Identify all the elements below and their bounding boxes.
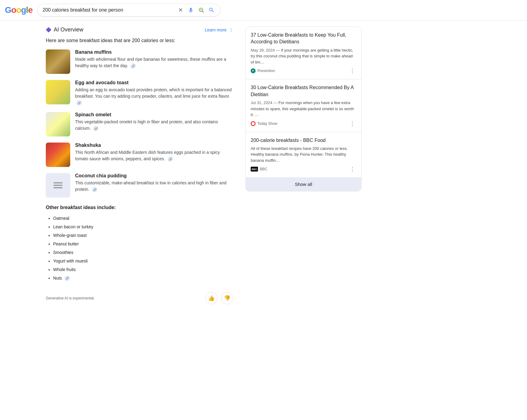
clear-button[interactable]: ✕: [177, 6, 184, 14]
article-title-2: 30 Low-Calorie Breakfasts Recommended By…: [251, 84, 356, 98]
list-item: Peanut butter: [53, 240, 233, 248]
source-info-3: BBC BBC: [251, 167, 267, 172]
search-bar[interactable]: ✕: [37, 4, 220, 16]
source-name-1: Prevention: [257, 69, 275, 73]
food-name-spinach: Spinach omelet: [75, 112, 233, 118]
food-name-shakshuka: Shakshuka: [75, 143, 233, 148]
food-info-banana: Banana muffins Made with wholemeal flour…: [75, 49, 233, 69]
article-more-button-3[interactable]: ⋮: [348, 166, 356, 172]
list-item: Smoothies: [53, 248, 233, 257]
food-info-egg: Egg and avocado toast Adding an egg to a…: [75, 80, 233, 106]
show-all-button[interactable]: Show all: [246, 177, 361, 191]
food-item-shakshuka: Shakshuka This North African and Middle …: [46, 143, 233, 167]
article-snippet-2: Jul 31, 2024 — For mornings when you hav…: [251, 100, 356, 118]
search-input[interactable]: [42, 7, 174, 13]
link-icon-chia[interactable]: 🔗: [92, 187, 97, 192]
article-snippet-1: May 28, 2024 — If your mornings are gett…: [251, 47, 356, 65]
food-desc-chia: This customizable, make-ahead breakfast …: [75, 180, 233, 193]
list-item: Yogurt with muesli: [53, 257, 233, 265]
article-more-button-1[interactable]: ⋮: [348, 67, 356, 74]
generative-note-text: Generative AI is experimental.: [46, 296, 95, 300]
other-section: Other breakfast ideas include: Oatmeal L…: [46, 205, 233, 282]
list-item: Whole-grain toast: [53, 231, 233, 240]
source-name-3: BBC: [260, 167, 267, 171]
article-item-prevention[interactable]: 37 Low-Calorie Breakfasts to Keep You Fu…: [246, 27, 361, 79]
article-title-1: 37 Low-Calorie Breakfasts to Keep You Fu…: [251, 32, 356, 45]
svg-point-1: [200, 9, 202, 11]
ai-header: AI Overview Learn more ⋮: [46, 27, 233, 33]
more-options-icon: ⋮: [229, 27, 233, 32]
food-item-spinach-omelet: Spinach omelet This vegetable-packed ome…: [46, 112, 233, 136]
ai-panel: AI Overview Learn more ⋮ Here are some b…: [46, 27, 233, 304]
article-snippet-3: All of these breakfast recipes have 200 …: [251, 146, 356, 164]
other-section-title: Other breakfast ideas include:: [46, 205, 233, 210]
food-desc-spinach: This vegetable-packed omelet is high in …: [75, 119, 233, 132]
learn-more-label: Learn more: [205, 27, 227, 32]
link-icon-spinach[interactable]: 🔗: [93, 126, 99, 131]
list-item: Lean bacon or turkey: [53, 223, 233, 231]
food-info-shakshuka: Shakshuka This North African and Middle …: [75, 143, 233, 162]
food-item-chia-pudding: Coconut chia pudding This customizable, …: [46, 173, 233, 197]
food-image-shakshuka: [46, 143, 70, 167]
thumbs-up-button[interactable]: 👍: [205, 292, 217, 304]
link-icon-egg[interactable]: 🔗: [76, 100, 82, 106]
food-info-chia: Coconut chia pudding This customizable, …: [75, 173, 233, 193]
feedback-buttons: 👍 👎: [205, 292, 233, 304]
microphone-button[interactable]: [187, 6, 194, 14]
menu-line-1: [53, 182, 63, 183]
article-item-bbc[interactable]: 200-calorie breakfasts - BBC Food All of…: [246, 132, 361, 178]
food-item-egg-avocado: Egg and avocado toast Adding an egg to a…: [46, 80, 233, 106]
favicon-today: [251, 121, 256, 126]
food-item-banana-muffins: Banana muffins Made with wholemeal flour…: [46, 49, 233, 74]
food-image-banana: [46, 49, 70, 74]
article-title-3: 200-calorie breakfasts - BBC Food: [251, 137, 356, 144]
svg-line-2: [202, 11, 204, 13]
list-item: Oatmeal: [53, 214, 233, 223]
source-info-2: Today Show: [251, 121, 277, 126]
thumbs-down-button[interactable]: 👎: [221, 292, 233, 304]
article-source-1: P Prevention ⋮: [251, 67, 356, 74]
menu-line-3: [53, 187, 63, 188]
header: Google ✕: [0, 0, 527, 20]
food-info-spinach: Spinach omelet This vegetable-packed ome…: [75, 112, 233, 132]
list-item: Nuts 🔗: [53, 274, 233, 282]
other-items-list: Oatmeal Lean bacon or turkey Whole-grain…: [46, 214, 233, 282]
main-content: AI Overview Learn more ⋮ Here are some b…: [0, 20, 366, 310]
article-source-3: BBC BBC ⋮: [251, 166, 356, 172]
overview-intro: Here are some breakfast ideas that are 2…: [46, 38, 233, 43]
article-card: 37 Low-Calorie Breakfasts to Keep You Fu…: [245, 27, 362, 191]
article-source-2: Today Show ⋮: [251, 120, 356, 127]
source-info-1: P Prevention: [251, 68, 275, 73]
food-desc-banana: Made with wholemeal flour and ripe banan…: [75, 56, 233, 69]
food-name-chia: Coconut chia pudding: [75, 173, 233, 179]
learn-more-link[interactable]: Learn more ⋮: [205, 27, 233, 32]
ai-overview-title: AI Overview: [54, 27, 83, 33]
ai-header-left: AI Overview: [46, 27, 83, 33]
food-image-chia: [46, 173, 70, 197]
food-items-list: Banana muffins Made with wholemeal flour…: [46, 49, 233, 197]
article-more-button-2[interactable]: ⋮: [348, 120, 356, 127]
list-item: Whole fruits: [53, 265, 233, 274]
food-desc-egg: Adding an egg to avocado toast provides …: [75, 87, 233, 106]
menu-line-2: [53, 185, 63, 186]
article-item-today[interactable]: 30 Low-Calorie Breakfasts Recommended By…: [246, 79, 361, 132]
google-logo: Google: [5, 5, 32, 15]
link-icon-banana[interactable]: 🔗: [130, 63, 136, 69]
source-name-2: Today Show: [257, 121, 277, 126]
lens-button[interactable]: [198, 6, 205, 14]
food-name-egg: Egg and avocado toast: [75, 80, 233, 85]
link-icon-nuts[interactable]: 🔗: [64, 276, 70, 281]
food-desc-shakshuka: This North African and Middle Eastern di…: [75, 149, 233, 162]
food-name-banana: Banana muffins: [75, 49, 233, 55]
generative-note: Generative AI is experimental. 👍 👎: [46, 292, 233, 304]
favicon-prevention: P: [251, 68, 256, 73]
ai-diamond-icon: [46, 27, 51, 33]
link-icon-shakshuka[interactable]: 🔗: [168, 156, 173, 162]
food-image-spinach: [46, 112, 70, 136]
favicon-bbc: BBC: [251, 167, 258, 172]
articles-panel: 37 Low-Calorie Breakfasts to Keep You Fu…: [245, 27, 362, 304]
food-image-egg: [46, 80, 70, 104]
search-button[interactable]: [208, 6, 215, 14]
